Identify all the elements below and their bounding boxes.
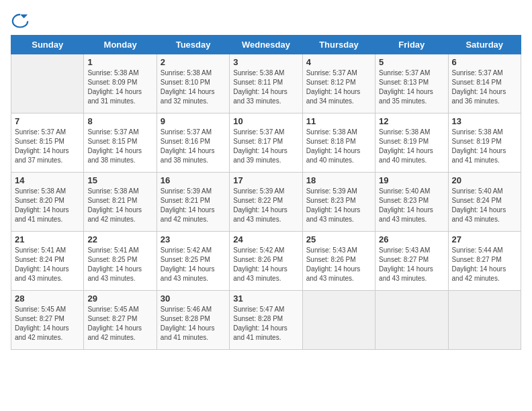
logo [11, 11, 32, 30]
sunrise-text: Sunrise: 5:41 AM [15, 246, 66, 254]
day-number: 21 [15, 234, 80, 244]
calendar-cell: 5 Sunrise: 5:37 AM Sunset: 8:13 PM Dayli… [375, 54, 448, 113]
sunset-text: Sunset: 8:27 PM [15, 315, 64, 322]
calendar-cell: 23 Sunrise: 5:42 AM Sunset: 8:25 PM Dayl… [157, 232, 229, 291]
day-number: 22 [87, 234, 152, 244]
day-info: Sunrise: 5:41 AM Sunset: 8:24 PM Dayligh… [15, 246, 80, 283]
sunset-text: Sunset: 8:21 PM [161, 197, 210, 204]
day-number: 11 [306, 116, 371, 126]
day-number: 3 [233, 57, 298, 67]
sunset-text: Sunset: 8:27 PM [379, 256, 429, 263]
sunset-text: Sunset: 8:25 PM [87, 256, 137, 263]
daylight-text: Daylight: 14 hours and 33 minutes. [233, 88, 287, 105]
daylight-text: Daylight: 14 hours and 43 minutes. [306, 206, 361, 223]
daylight-text: Daylight: 14 hours and 39 minutes. [233, 147, 287, 164]
day-number: 15 [87, 175, 152, 185]
weekday-header-sunday: Sunday [11, 36, 84, 54]
calendar-cell: 8 Sunrise: 5:37 AM Sunset: 8:15 PM Dayli… [84, 113, 157, 173]
calendar-cell [448, 291, 521, 350]
calendar-cell: 17 Sunrise: 5:39 AM Sunset: 8:22 PM Dayl… [230, 173, 302, 232]
day-info: Sunrise: 5:41 AM Sunset: 8:25 PM Dayligh… [87, 246, 152, 283]
day-number: 17 [233, 175, 298, 185]
sunset-text: Sunset: 8:19 PM [379, 138, 429, 145]
calendar-cell: 28 Sunrise: 5:45 AM Sunset: 8:27 PM Dayl… [11, 291, 84, 350]
daylight-text: Daylight: 14 hours and 31 minutes. [87, 88, 142, 105]
day-number: 23 [161, 234, 226, 244]
sunset-text: Sunset: 8:15 PM [15, 138, 64, 145]
day-info: Sunrise: 5:43 AM Sunset: 8:27 PM Dayligh… [379, 246, 444, 283]
daylight-text: Daylight: 14 hours and 42 minutes. [452, 265, 506, 282]
weekday-header-saturday: Saturday [448, 36, 521, 54]
sunrise-text: Sunrise: 5:43 AM [379, 246, 430, 254]
daylight-text: Daylight: 14 hours and 41 minutes. [161, 324, 215, 341]
sunrise-text: Sunrise: 5:38 AM [233, 69, 284, 77]
calendar-cell: 24 Sunrise: 5:42 AM Sunset: 8:26 PM Dayl… [230, 232, 302, 291]
sunset-text: Sunset: 8:23 PM [306, 197, 356, 204]
sunset-text: Sunset: 8:17 PM [233, 138, 283, 145]
sunrise-text: Sunrise: 5:37 AM [161, 128, 212, 136]
sunrise-text: Sunrise: 5:44 AM [452, 246, 503, 254]
calendar-cell: 7 Sunrise: 5:37 AM Sunset: 8:15 PM Dayli… [11, 113, 84, 173]
sunrise-text: Sunrise: 5:40 AM [452, 187, 503, 195]
day-number: 2 [161, 57, 226, 67]
daylight-text: Daylight: 14 hours and 38 minutes. [87, 147, 142, 164]
sunset-text: Sunset: 8:22 PM [233, 197, 283, 204]
day-info: Sunrise: 5:39 AM Sunset: 8:21 PM Dayligh… [161, 187, 226, 224]
sunrise-text: Sunrise: 5:39 AM [161, 187, 212, 195]
day-info: Sunrise: 5:38 AM Sunset: 8:20 PM Dayligh… [15, 187, 80, 224]
sunrise-text: Sunrise: 5:38 AM [452, 128, 503, 136]
day-info: Sunrise: 5:47 AM Sunset: 8:28 PM Dayligh… [233, 305, 298, 342]
daylight-text: Daylight: 14 hours and 43 minutes. [233, 265, 287, 282]
calendar-cell: 12 Sunrise: 5:38 AM Sunset: 8:19 PM Dayl… [375, 113, 448, 173]
day-info: Sunrise: 5:38 AM Sunset: 8:09 PM Dayligh… [87, 68, 152, 106]
sunset-text: Sunset: 8:28 PM [161, 315, 210, 322]
sunrise-text: Sunrise: 5:46 AM [161, 306, 212, 313]
day-number: 5 [379, 57, 444, 67]
day-info: Sunrise: 5:38 AM Sunset: 8:18 PM Dayligh… [306, 128, 371, 165]
calendar-header: SundayMondayTuesdayWednesdayThursdayFrid… [11, 36, 521, 54]
daylight-text: Daylight: 14 hours and 41 minutes. [452, 147, 506, 164]
calendar-cell: 19 Sunrise: 5:40 AM Sunset: 8:23 PM Dayl… [375, 173, 448, 232]
daylight-text: Daylight: 14 hours and 43 minutes. [15, 265, 69, 282]
sunrise-text: Sunrise: 5:45 AM [15, 306, 66, 313]
calendar-cell: 21 Sunrise: 5:41 AM Sunset: 8:24 PM Dayl… [11, 232, 84, 291]
sunset-text: Sunset: 8:13 PM [379, 79, 429, 86]
sunset-text: Sunset: 8:25 PM [161, 256, 210, 263]
daylight-text: Daylight: 14 hours and 36 minutes. [452, 88, 506, 105]
sunset-text: Sunset: 8:16 PM [161, 138, 210, 145]
calendar-cell: 3 Sunrise: 5:38 AM Sunset: 8:11 PM Dayli… [230, 54, 302, 113]
calendar-cell: 27 Sunrise: 5:44 AM Sunset: 8:27 PM Dayl… [448, 232, 521, 291]
daylight-text: Daylight: 14 hours and 40 minutes. [379, 147, 433, 164]
sunrise-text: Sunrise: 5:38 AM [87, 187, 138, 195]
sunrise-text: Sunrise: 5:39 AM [233, 187, 284, 195]
day-number: 30 [161, 293, 226, 304]
weekday-header-thursday: Thursday [302, 36, 375, 54]
calendar-body: 1 Sunrise: 5:38 AM Sunset: 8:09 PM Dayli… [11, 54, 521, 350]
day-info: Sunrise: 5:45 AM Sunset: 8:27 PM Dayligh… [15, 305, 80, 342]
sunrise-text: Sunrise: 5:38 AM [306, 128, 357, 136]
page-header [11, 11, 521, 30]
day-info: Sunrise: 5:43 AM Sunset: 8:26 PM Dayligh… [306, 246, 371, 283]
calendar-week-2: 7 Sunrise: 5:37 AM Sunset: 8:15 PM Dayli… [11, 113, 521, 173]
sunset-text: Sunset: 8:20 PM [15, 197, 64, 204]
sunset-text: Sunset: 8:26 PM [233, 256, 283, 263]
daylight-text: Daylight: 14 hours and 40 minutes. [306, 147, 361, 164]
calendar-week-5: 28 Sunrise: 5:45 AM Sunset: 8:27 PM Dayl… [11, 291, 521, 350]
day-info: Sunrise: 5:37 AM Sunset: 8:13 PM Dayligh… [379, 68, 444, 106]
daylight-text: Daylight: 14 hours and 43 minutes. [452, 206, 506, 223]
day-number: 29 [87, 293, 152, 304]
calendar-cell: 30 Sunrise: 5:46 AM Sunset: 8:28 PM Dayl… [157, 291, 229, 350]
calendar-cell: 18 Sunrise: 5:39 AM Sunset: 8:23 PM Dayl… [302, 173, 375, 232]
daylight-text: Daylight: 14 hours and 43 minutes. [379, 206, 433, 223]
day-number: 25 [306, 234, 371, 244]
daylight-text: Daylight: 14 hours and 43 minutes. [161, 265, 215, 282]
daylight-text: Daylight: 14 hours and 43 minutes. [87, 265, 142, 282]
day-number: 14 [15, 175, 80, 185]
day-info: Sunrise: 5:39 AM Sunset: 8:22 PM Dayligh… [233, 187, 298, 224]
day-number: 4 [306, 57, 371, 67]
sunrise-text: Sunrise: 5:37 AM [233, 128, 284, 136]
calendar-cell: 4 Sunrise: 5:37 AM Sunset: 8:12 PM Dayli… [302, 54, 375, 113]
daylight-text: Daylight: 14 hours and 41 minutes. [233, 324, 287, 341]
day-info: Sunrise: 5:37 AM Sunset: 8:12 PM Dayligh… [306, 68, 371, 106]
weekday-header-friday: Friday [375, 36, 448, 54]
